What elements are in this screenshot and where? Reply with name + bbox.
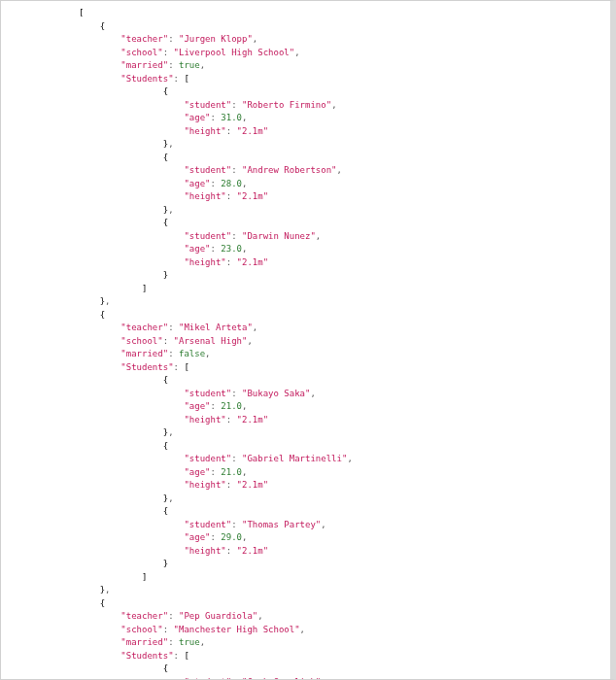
code-document: [ { "teacher": "Jurgen Klopp", "school":… xyxy=(0,0,616,680)
json-code-block: [ { "teacher": "Jurgen Klopp", "school":… xyxy=(1,7,610,680)
